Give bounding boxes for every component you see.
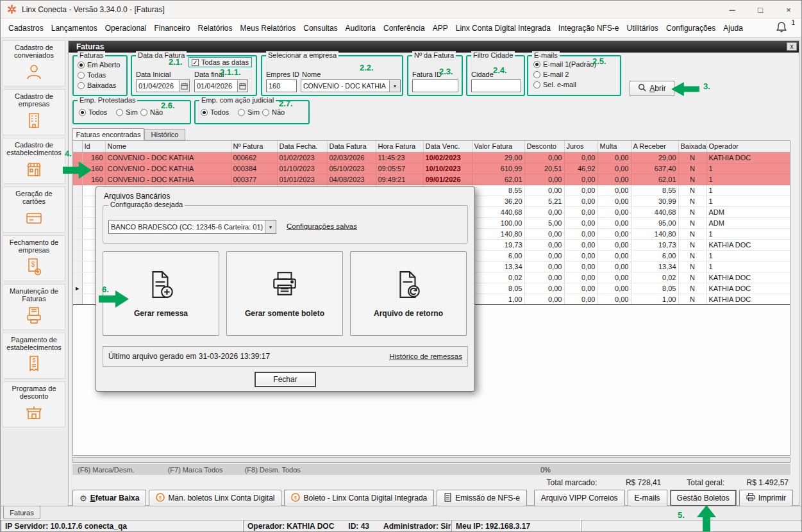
column-header[interactable]: Valor Fatura [472,141,524,152]
menu-item[interactable]: Cadastros [4,24,47,33]
sidebar-item-fechamento-empresas[interactable]: Fechamento de empresas $ [3,235,65,281]
menu-item[interactable]: Lançamentos [47,24,101,33]
tab-historico[interactable]: Histórico [144,129,185,140]
menu-item[interactable]: Integração NFS-e [555,24,623,33]
radio-todas[interactable]: Todas [78,71,106,79]
column-header[interactable]: Data Fatura [327,141,376,152]
radio-sel-email[interactable]: Sel. e-mail [533,81,576,88]
bottom-tab-faturas[interactable]: Faturas [3,506,40,519]
radio-protestadas-sim[interactable]: Sim [116,108,138,116]
column-header[interactable]: Baixada [678,141,706,152]
grid-cell: 5,00 [524,217,564,228]
cidade-input[interactable] [471,79,521,92]
radio-email2[interactable]: E-mail 2 [533,71,569,78]
radio-protestadas-todos[interactable]: Todos [79,108,107,116]
emissao-nfse-button[interactable]: Emissão de NFS-e [437,490,527,506]
menu-item[interactable]: Meus Relatórios [237,24,300,33]
panel-close-button[interactable]: x [787,42,797,51]
menu-item[interactable]: Utilitários [623,24,662,33]
menu-item[interactable]: Ajuda [719,24,747,33]
banco-config-select[interactable]: BANCO BRADESCO (CC: 12345-6 Carteira: 01… [108,220,276,234]
gestao-boletos-button[interactable]: Gestão Boletos [670,490,737,506]
abrir-button[interactable]: Abrir [630,81,674,96]
radio-judicial-todos[interactable]: Todos [201,108,229,116]
tab-faturas-encontradas[interactable]: Faturas encontradas [72,128,144,140]
grid-cell: 0,00 [597,272,631,283]
card-icon [24,208,44,229]
boleto-integrada-button[interactable]: $ Boleto - Linx Conta Digital Integrada [284,490,434,506]
maximize-button[interactable]: □ [746,1,774,19]
chevron-down-icon[interactable]: ▼ [265,220,276,233]
gerar-somente-boleto-button[interactable]: Gerar somente boleto [226,251,343,336]
empres-id-input[interactable]: 160 [266,79,297,92]
building-icon [24,111,44,132]
radio-judicial-sim[interactable]: Sim [238,108,260,116]
historico-remessas-link[interactable]: Histórico de remessas [389,353,462,360]
column-header[interactable]: Id [82,141,105,152]
table-row[interactable]: 160CONVENIO - DOC KATHIA00066201/02/2023… [73,152,790,163]
data-inicial-field[interactable]: 01/04/2026 [136,79,190,92]
configuracoes-salvas-link[interactable]: Configurações salvas [287,222,357,230]
arquivo-de-retorno-button[interactable]: Arquivo de retorno [350,251,467,336]
menu-item[interactable]: APP [429,24,452,33]
table-row[interactable]: 160CONVENIO - DOC KATHIA00037701/01/2023… [73,174,790,185]
column-header[interactable]: Hora Fatura [376,141,423,152]
grid-cell: 0,00 [564,195,597,206]
radio-protestadas-nao[interactable]: Não [140,108,163,116]
menu-item[interactable]: Linx Conta Digital Integrada [452,24,555,33]
svg-text:$: $ [159,495,162,501]
man-boletos-button[interactable]: $ Man. boletos Linx Conta Digital [149,490,281,506]
sidebar-item-cadastro-estabelecimentos[interactable]: Cadastro de estabelecimentos [3,138,65,184]
radio-judicial-nao[interactable]: Não [262,108,285,116]
group-faturas: Faturas Em Aberto Todas Baixadas [72,55,128,96]
grid-cell: 0,00 [564,152,597,163]
grid-cell: 13,34 [631,261,678,272]
calendar-icon[interactable] [179,80,189,92]
emails-button[interactable]: E-mails [628,490,667,506]
imprimir-button[interactable]: Imprimir [739,490,793,506]
sidebar-item-programas-desconto[interactable]: Programas de desconto [3,381,65,428]
grid-cell: 0,00 [564,294,597,304]
column-header[interactable]: Data Fecha. [277,141,327,152]
radio-email1[interactable]: E-mail 1(Padrão) [533,60,596,68]
column-header[interactable]: Operador [706,141,790,152]
grid-cell: 0,00 [524,152,564,163]
table-row[interactable]: 160CONVENIO - DOC KATHIA00038401/10/2023… [73,163,790,174]
menu-item[interactable]: Relatórios [194,24,237,33]
column-header[interactable]: Multa [597,141,631,152]
efetuar-baixa-button[interactable]: ⚙ Efetuar Baixa [72,490,146,506]
search-icon [638,83,646,94]
radio-em-aberto[interactable]: Em Aberto [78,61,120,69]
menu-item[interactable]: Auditoria [342,24,380,33]
calendar-icon[interactable] [237,80,247,92]
menu-item[interactable]: Operacional [101,24,151,33]
menu-item[interactable]: Conferência [380,24,429,33]
sidebar-item-pagamento-estabelecimentos[interactable]: Pagamento de estabelecimentos $ [3,333,65,379]
sidebar-item-manutencao-faturas[interactable]: Manutenção de Faturas [3,284,65,330]
column-header[interactable]: Nome [105,141,231,152]
fechar-button[interactable]: Fechar [255,372,316,387]
menu-item[interactable]: Financeiro [150,24,194,33]
todas-as-datas-checkbox[interactable]: ✓ Todas as datas [188,57,252,67]
empresa-select[interactable]: CONVENIO - DOC KATHIA ▼ [301,79,401,92]
menu-item[interactable]: Configurações [662,24,719,33]
close-button[interactable]: × [774,1,802,19]
chevron-down-icon[interactable]: ▼ [389,80,400,92]
sidebar-item-cadastro-conveniados[interactable]: Cadastro de conveniados [3,40,65,87]
fatura-id-input[interactable] [412,79,458,92]
menu-item[interactable]: Consultas [299,24,341,33]
sidebar-item-cadastro-empresas[interactable]: Cadastro de empresas [3,89,65,135]
column-header[interactable]: A Receber [631,141,678,152]
panel-title: Faturas [76,42,104,51]
column-header[interactable]: Data Venc. [423,141,472,152]
grid-cell: 1 [706,174,790,185]
minimize-button[interactable]: ─ [718,1,746,19]
arquivo-vipp-button[interactable]: Arquivo VIPP Correios [534,490,625,506]
notification-bell-icon[interactable]: 1 [776,21,792,36]
data-final-field[interactable]: 01/04/2026 [194,79,248,92]
sidebar-item-geracao-cartoes[interactable]: Geração de cartões [3,187,65,233]
radio-baixadas[interactable]: Baixadas [78,81,116,89]
column-header[interactable]: Nº Fatura [231,141,277,152]
column-header[interactable]: Desconto [524,141,564,152]
column-header[interactable]: Juros [564,141,597,152]
